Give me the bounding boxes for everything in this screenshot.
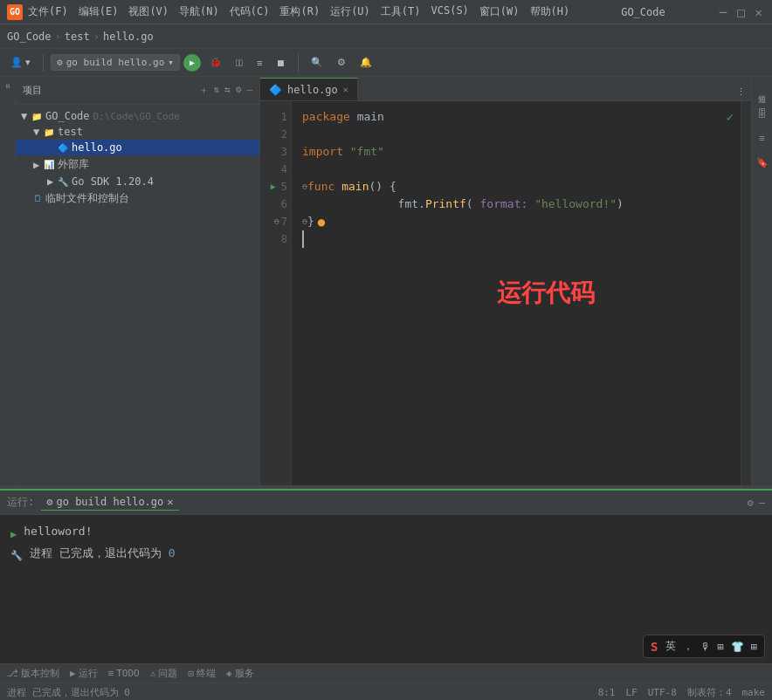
tree-path-gocode: D:\Code\GO_Code bbox=[93, 111, 180, 122]
run-tab-close[interactable]: ✕ bbox=[167, 496, 173, 508]
bottom-panel-icons[interactable]: ⚙ — bbox=[748, 497, 765, 509]
tab-close-button[interactable]: ✕ bbox=[343, 85, 348, 94]
win-control-group[interactable]: ─ □ ✕ bbox=[717, 5, 765, 19]
breadcrumb-file[interactable]: hello.go bbox=[103, 31, 154, 43]
menu-bar[interactable]: 文件(F) 编辑(E) 视图(V) 导航(N) 代码(C) 重构(R) 运行(U… bbox=[28, 4, 569, 19]
toolbar-version-control[interactable]: ⎇ 版本控制 bbox=[7, 667, 59, 680]
sidebar-header-icons[interactable]: ＋ ⇅ ⇆ ⚙ — bbox=[199, 84, 253, 97]
right-activity-bar: 通知 🗄 ≡ 🔖 bbox=[751, 77, 772, 485]
code-editor[interactable]: 1 2 3 4 ▶5 6 ⊖7 8 ✓ package main bbox=[260, 101, 751, 485]
toolbar-sep1 bbox=[43, 54, 44, 72]
menu-edit[interactable]: 编辑(E) bbox=[79, 4, 119, 19]
output-exit-code: 0 bbox=[169, 544, 176, 563]
notifications-button[interactable]: 🔔 bbox=[355, 54, 377, 71]
toolbar-profile-button[interactable]: 👤 ▾ bbox=[5, 54, 36, 71]
breadcrumb-root[interactable]: GO_Code bbox=[7, 31, 52, 43]
sidebar-settings-icon[interactable]: ⚙ bbox=[236, 84, 242, 97]
ime-voice-icon[interactable]: 🎙 bbox=[700, 641, 711, 653]
profile-button[interactable]: ≡ bbox=[252, 55, 267, 71]
status-left: 进程 已完成，退出代码为 0 bbox=[7, 686, 130, 699]
minimize-button[interactable]: ─ bbox=[717, 5, 729, 19]
tab-settings-button[interactable]: ⋮ bbox=[731, 84, 751, 100]
ime-comma[interactable]: ， bbox=[683, 639, 693, 654]
ime-emoji-icon[interactable]: ⊞ bbox=[718, 641, 724, 653]
tree-arrow-gocode: ▼ bbox=[21, 110, 31, 122]
menu-vcs[interactable]: VCS(S) bbox=[431, 4, 469, 19]
status-process-text: 进程 已完成，退出代码为 0 bbox=[7, 686, 130, 699]
scratch-icon: 🗒 bbox=[33, 194, 42, 203]
menu-file[interactable]: 文件(F) bbox=[28, 4, 68, 19]
stop-button[interactable]: ⏹ bbox=[271, 55, 291, 71]
run-config-dropdown[interactable]: ⚙ go build hello.go ▾ bbox=[51, 54, 180, 71]
bottom-tab-run-config[interactable]: ⚙ go build hello.go ✕ bbox=[41, 494, 178, 511]
line-num-1: 1 bbox=[264, 108, 287, 126]
left-activity-structure-icon[interactable]: ≡ bbox=[2, 80, 14, 93]
menu-code[interactable]: 代码(C) bbox=[230, 4, 270, 19]
tree-item-go-sdk[interactable]: ▶ 🔧 Go SDK 1.20.4 bbox=[16, 174, 259, 189]
status-indent[interactable]: 制表符：4 bbox=[687, 686, 732, 699]
toolbar-run[interactable]: ▶ 运行 bbox=[70, 667, 98, 680]
menu-run[interactable]: 运行(U) bbox=[330, 4, 370, 19]
func-printf: Printf bbox=[425, 196, 466, 213]
ime-logo: S bbox=[651, 640, 658, 654]
terminal-label: 终端 bbox=[196, 667, 216, 680]
bottom-settings-icon[interactable]: ⚙ bbox=[748, 497, 754, 509]
problems-icon: ⚠ bbox=[150, 668, 156, 679]
code-line-4 bbox=[302, 161, 730, 178]
folder-icon-gocode: 📁 bbox=[31, 112, 42, 121]
tree-item-test[interactable]: ▼ 📁 test bbox=[16, 124, 259, 140]
debug-button[interactable]: 🐞 bbox=[204, 54, 227, 71]
close-button[interactable]: ✕ bbox=[753, 5, 765, 19]
ime-english[interactable]: 英 bbox=[665, 639, 676, 654]
activity-structure-icon[interactable]: ≡ bbox=[754, 129, 771, 147]
activity-bookmark-icon[interactable]: 🔖 bbox=[754, 154, 771, 171]
menu-refactor[interactable]: 重构(R) bbox=[279, 4, 320, 19]
tab-hello-go[interactable]: 🔷 hello.go ✕ bbox=[260, 78, 358, 100]
sidebar-collapse-icon[interactable]: ⇅ bbox=[214, 84, 220, 97]
window-title: GO_Code bbox=[621, 6, 665, 18]
maximize-button[interactable]: □ bbox=[734, 5, 747, 19]
settings-button[interactable]: ⚙ bbox=[332, 54, 351, 71]
main-layout: ≡ 项目 ＋ ⇅ ⇆ ⚙ — ▼ 📁 GO_Code D:\Code\GO_Co… bbox=[0, 77, 772, 485]
menu-view[interactable]: 视图(V) bbox=[128, 4, 169, 19]
status-position[interactable]: 8:1 bbox=[598, 687, 616, 698]
ime-toolbar: S 英 ， 🎙 ⊞ 👕 ⊞ bbox=[643, 635, 765, 658]
tree-item-gocode[interactable]: ▼ 📁 GO_Code D:\Code\GO_Code bbox=[16, 108, 259, 124]
activity-database-icon[interactable]: 🗄 bbox=[754, 105, 771, 122]
tree-label-go-sdk: Go SDK 1.20.4 bbox=[72, 175, 154, 188]
status-encoding[interactable]: UTF-8 bbox=[648, 687, 677, 698]
menu-tools[interactable]: 工具(T) bbox=[381, 4, 421, 19]
line-fold-icon[interactable]: ⊖ bbox=[274, 213, 279, 230]
coverage-button[interactable]: ▶⃝ bbox=[231, 55, 248, 71]
run-button[interactable]: ▶ bbox=[183, 54, 201, 72]
breadcrumb-test[interactable]: test bbox=[65, 31, 90, 43]
bottom-minimize-icon[interactable]: — bbox=[759, 497, 765, 509]
code-line-8[interactable] bbox=[302, 230, 730, 248]
tree-item-hello-go[interactable]: ▶ 🔷 hello.go bbox=[16, 140, 259, 155]
line-num-6: 6 bbox=[264, 196, 287, 213]
code-line-6: fmt.Printf( format: "helloword!") bbox=[302, 196, 730, 213]
sidebar-hide-icon[interactable]: — bbox=[246, 84, 252, 97]
menu-nav[interactable]: 导航(N) bbox=[179, 4, 219, 19]
right-gutter bbox=[741, 101, 751, 485]
code-content[interactable]: ✓ package main import "fmt" ⊖ func main(… bbox=[292, 101, 741, 485]
menu-help[interactable]: 帮助(H) bbox=[530, 4, 570, 19]
sidebar: 项目 ＋ ⇅ ⇆ ⚙ — ▼ 📁 GO_Code D:\Code\GO_Code… bbox=[16, 77, 260, 485]
menu-window[interactable]: 窗口(W) bbox=[479, 4, 520, 19]
tree-item-external-libs[interactable]: ▶ 📊 外部库 bbox=[16, 155, 259, 174]
status-filetype[interactable]: make bbox=[742, 687, 766, 698]
toolbar-problems[interactable]: ⚠ 问题 bbox=[150, 667, 178, 680]
toolbar-services[interactable]: ◈ 服务 bbox=[226, 667, 254, 680]
sidebar-expand-icon[interactable]: ⇆ bbox=[224, 84, 231, 97]
tree-item-scratch[interactable]: 🗒 临时文件和控制台 bbox=[16, 189, 259, 208]
activity-notifications-icon[interactable]: 通知 bbox=[754, 80, 771, 98]
status-line-ending[interactable]: LF bbox=[626, 687, 638, 698]
line-run-icon[interactable]: ▶ bbox=[271, 178, 276, 196]
search-button[interactable]: 🔍 bbox=[306, 54, 328, 71]
ime-skin-icon[interactable]: 👕 bbox=[731, 641, 744, 653]
sidebar-header: 项目 ＋ ⇅ ⇆ ⚙ — bbox=[16, 77, 259, 105]
toolbar-terminal[interactable]: ⊡ 终端 bbox=[188, 667, 216, 680]
toolbar-todo[interactable]: ≡ TODO bbox=[108, 668, 140, 679]
sidebar-add-icon[interactable]: ＋ bbox=[199, 84, 209, 97]
ime-more-icon[interactable]: ⊞ bbox=[751, 641, 757, 653]
